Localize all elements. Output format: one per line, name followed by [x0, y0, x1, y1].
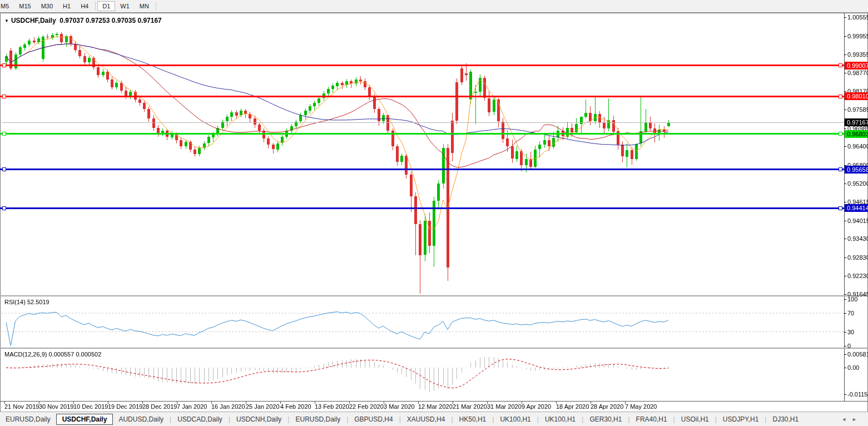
macd-axis-tick[interactable]: 0.00	[847, 364, 859, 371]
rsi-axis-tick[interactable]: 70	[847, 310, 854, 316]
level-line-handle[interactable]	[2, 206, 6, 210]
chart-tab-usdchf-daily[interactable]: USDCHF,Daily	[56, 414, 113, 425]
chart-tab-gbpusd-h4[interactable]: GBPUSD,H4	[349, 414, 398, 425]
price-axis-tick[interactable]: 0.93430	[847, 235, 868, 242]
timeframe-button-m15[interactable]: M15	[14, 1, 36, 11]
date-axis-label[interactable]: 4 Feb 2020	[280, 403, 311, 410]
pane-splitter-rsi[interactable]	[0, 295, 868, 296]
chevron-down-icon[interactable]: ▼	[4, 18, 9, 23]
price-axis-tick[interactable]: 0.96400	[847, 143, 868, 150]
chart-tab-uk100-h1[interactable]: UK100,H1	[494, 414, 536, 425]
date-axis-label[interactable]: 7 Jan 2020	[177, 403, 207, 410]
date-axis-label[interactable]: 28 Dec 2019	[142, 403, 177, 410]
chart-tab-usdcad-daily[interactable]: USDCAD,Daily	[172, 414, 228, 425]
chart-tab-eurusd-daily[interactable]: EURUSD,Daily	[290, 414, 346, 425]
date-axis-label[interactable]: 3 Mar 2020	[384, 403, 415, 410]
date-axis-label[interactable]: 28 Apr 2020	[591, 403, 623, 410]
timeframe-button-d1[interactable]: D1	[97, 1, 115, 11]
level-line-handle[interactable]	[2, 95, 6, 98]
tab-scroll-arrows: ◄►	[841, 417, 862, 422]
price-axis-tick[interactable]: 0.98770	[847, 70, 868, 76]
trading-terminal: M5M15M30H1H4D1W1MN ▼USDCHF,Daily 0.97037…	[0, 0, 868, 426]
timeframe-button-mn[interactable]: MN	[135, 1, 154, 11]
date-axis-label[interactable]: 30 Nov 2019	[39, 403, 73, 410]
date-axis-label[interactable]: 12 Mar 2020	[418, 403, 453, 410]
chart-ohlc-values: 0.97037 0.97253 0.97035 0.97167	[59, 17, 162, 24]
date-axis-label[interactable]: 21 Nov 2019	[4, 403, 39, 410]
rsi-axis-tick[interactable]: 100	[847, 296, 857, 303]
date-axis-label[interactable]: 13 Feb 2020	[315, 403, 349, 410]
timeframe-button-m5[interactable]: M5	[0, 1, 14, 11]
price-axis-tick[interactable]: 0.99355	[847, 51, 868, 58]
date-axis-label[interactable]: 9 Apr 2020	[522, 403, 551, 410]
price-chart-canvas[interactable]	[0, 0, 868, 426]
date-axis-label[interactable]: 22 Feb 2020	[349, 403, 384, 410]
chart-title: ▼USDCHF,Daily 0.97037 0.97253 0.97035 0.…	[4, 17, 162, 24]
toolbar-separator	[156, 2, 156, 11]
price-axis-tick[interactable]: 0.92830	[847, 254, 868, 261]
rsi-axis-tick[interactable]: 0	[847, 343, 851, 349]
level-price-badge: 0.98010	[845, 92, 868, 100]
price-axis-tick[interactable]: 0.97585	[847, 106, 868, 113]
current-price-line	[2, 122, 844, 123]
level-line-handle[interactable]	[2, 132, 6, 136]
level-line-handle[interactable]	[839, 63, 842, 67]
level-line-handle[interactable]	[839, 206, 842, 210]
toolbar-separator	[95, 2, 96, 11]
timeframe-button-h1[interactable]: H1	[58, 1, 76, 11]
chart-tab-hk50-h1[interactable]: HK50,H1	[454, 414, 492, 425]
chart-tab-usdjpy-h1[interactable]: USDJPY,H1	[717, 414, 764, 425]
date-axis-label[interactable]: 16 Jan 2020	[211, 403, 245, 410]
chart-tab-xauusd-h4[interactable]: XAUUSD,H4	[401, 414, 451, 425]
level-price-badge: 0.99007	[845, 62, 868, 70]
macd-axis-tick[interactable]: -0.011514	[847, 391, 868, 398]
chart-tab-ger30-h1[interactable]: GER30,H1	[584, 414, 627, 425]
date-axis-separator	[0, 401, 868, 402]
horizontal-level-line[interactable]	[0, 65, 844, 66]
chart-tab-uk100-h1[interactable]: UK100,H1	[539, 414, 581, 425]
horizontal-level-line[interactable]	[0, 207, 844, 209]
chart-tab-eurusd-daily[interactable]: EURUSD,Daily	[0, 414, 56, 425]
chart-tab-usoil-h1[interactable]: USOil,H1	[676, 414, 715, 425]
chart-tab-usdcnh-daily[interactable]: USDCNH,Daily	[231, 414, 287, 425]
date-axis-label[interactable]: 19 Dec 2019	[108, 403, 142, 410]
horizontal-level-line[interactable]	[0, 169, 844, 170]
timeframe-toolbar: M5M15M30H1H4D1W1MN	[0, 0, 868, 13]
level-price-badge: 0.95658	[845, 166, 868, 174]
chart-tab-dj30-h1[interactable]: DJ30,H1	[767, 414, 804, 425]
chart-tab-bar: EURUSD,DailyUSDCHF,DailyAUDUSD,Daily|USD…	[0, 412, 868, 426]
timeframe-button-h4[interactable]: H4	[76, 1, 93, 11]
date-axis-label[interactable]: 18 Apr 2020	[556, 403, 589, 410]
level-price-badge: 0.96803	[845, 130, 868, 138]
date-axis-label[interactable]: 21 Mar 2020	[453, 403, 487, 410]
rsi-indicator-label: RSI(14) 52.5019	[4, 299, 49, 305]
level-line-handle[interactable]	[2, 63, 6, 67]
level-line-handle[interactable]	[839, 95, 842, 98]
price-axis-tick[interactable]: 0.92230	[847, 273, 868, 279]
price-axis-tick[interactable]: 0.94015	[847, 217, 868, 224]
horizontal-level-line[interactable]	[0, 133, 844, 135]
current-price-badge: 0.97167	[845, 118, 868, 126]
timeframe-button-m30[interactable]: M30	[36, 1, 58, 11]
chart-symbol-label: USDCHF,Daily	[11, 17, 56, 24]
pane-splitter-macd[interactable]	[0, 348, 868, 349]
date-axis-label[interactable]: 25 Jan 2020	[246, 403, 280, 410]
macd-axis-tick[interactable]: 0.005818	[847, 351, 868, 358]
tab-scroll-right-icon[interactable]: ►	[852, 417, 862, 422]
chart-tab-audusd-daily[interactable]: AUDUSD,Daily	[113, 414, 169, 425]
price-axis-tick[interactable]: 0.99955	[847, 33, 868, 39]
horizontal-level-line[interactable]	[0, 96, 844, 97]
chart-tab-fra40-h1[interactable]: FRA40,H1	[631, 414, 673, 425]
rsi-axis-tick[interactable]: 30	[847, 329, 854, 335]
timeframe-button-w1[interactable]: W1	[115, 1, 135, 11]
tab-scroll-left-icon[interactable]: ◄	[841, 417, 852, 422]
price-axis-tick[interactable]: 1.00555	[847, 14, 868, 21]
macd-indicator-label: MACD(12,26,9) 0.000557 0.000502	[4, 351, 101, 358]
date-axis-label[interactable]: 7 May 2020	[625, 403, 657, 410]
level-line-handle[interactable]	[839, 132, 842, 136]
price-axis-tick[interactable]: 0.95200	[847, 180, 868, 187]
level-line-handle[interactable]	[839, 167, 842, 171]
date-axis-label[interactable]: 10 Dec 2019	[73, 403, 108, 410]
date-axis-label[interactable]: 31 Mar 2020	[487, 403, 522, 410]
level-line-handle[interactable]	[2, 167, 6, 171]
